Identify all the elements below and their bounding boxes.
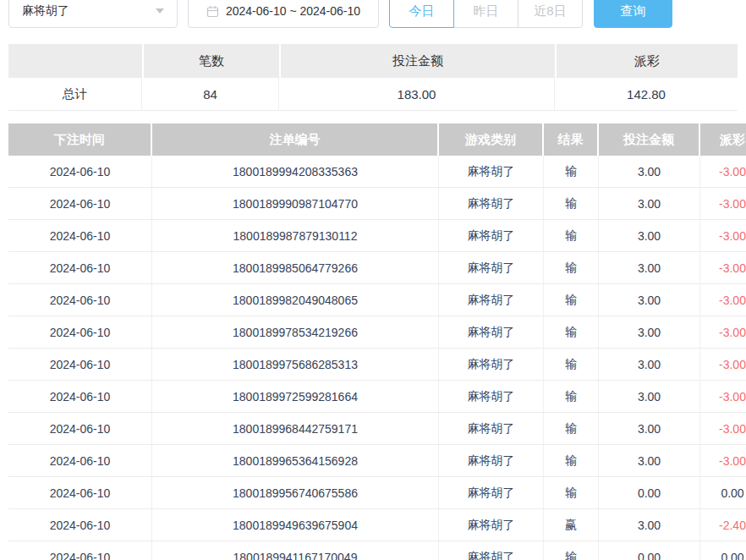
cell-result: 输 xyxy=(544,284,599,316)
search-button[interactable]: 查询 xyxy=(594,0,672,28)
summary-header-bet-amount: 投注金额 xyxy=(281,44,555,78)
table-row: 2024-06-101800189978534219266麻将胡了输3.00-3… xyxy=(8,316,746,349)
cell-id: 1800189941167170049 xyxy=(152,541,439,560)
cell-result: 输 xyxy=(544,349,599,381)
cell-game: 麻将胡了 xyxy=(439,413,544,445)
cell-id: 1800189965364156928 xyxy=(152,445,439,477)
cell-time: 2024-06-10 xyxy=(8,188,152,220)
summary-header-payout: 派彩 xyxy=(557,44,738,78)
header-bet-amount: 投注金额 xyxy=(599,124,699,156)
quick-date-button-group: 今日 昨日 近8日 xyxy=(389,0,583,28)
summary-header-count: 笔数 xyxy=(144,44,279,78)
cell-bet: 3.00 xyxy=(599,316,700,349)
header-payout: 派彩 xyxy=(700,124,746,156)
summary-header-blank xyxy=(8,44,142,78)
cell-time: 2024-06-10 xyxy=(8,252,152,284)
summary-total-bet-amount: 183.00 xyxy=(279,78,555,111)
cell-payout: -3.00 xyxy=(700,316,746,349)
cell-game: 麻将胡了 xyxy=(439,252,544,284)
cell-result: 输 xyxy=(544,413,599,445)
cell-bet: 0.00 xyxy=(599,477,700,509)
table-row: 2024-06-101800189990987104770麻将胡了输3.00-3… xyxy=(8,188,746,220)
cell-payout: -3.00 xyxy=(700,445,746,477)
cell-time: 2024-06-10 xyxy=(8,541,152,560)
cell-result: 输 xyxy=(544,316,599,349)
cell-game: 麻将胡了 xyxy=(439,445,544,477)
cell-bet: 3.00 xyxy=(599,252,700,284)
cell-payout: -3.00 xyxy=(700,188,746,220)
header-bet-time: 下注时间 xyxy=(8,124,151,156)
cell-payout: -3.00 xyxy=(700,413,746,445)
table-row: 2024-06-101800189987879130112麻将胡了输3.00-3… xyxy=(8,220,746,252)
game-select[interactable]: 麻将胡了 xyxy=(8,0,178,28)
yesterday-button[interactable]: 昨日 xyxy=(453,0,518,28)
cell-result: 输 xyxy=(544,381,599,413)
bet-records-table: 下注时间 注单编号 游戏类别 结果 投注金额 派彩 2024-06-101800… xyxy=(8,124,746,560)
calendar-icon xyxy=(206,5,219,18)
cell-game: 麻将胡了 xyxy=(439,349,544,381)
cell-game: 麻将胡了 xyxy=(439,188,544,220)
table-row: 2024-06-101800189956740675586麻将胡了输0.000.… xyxy=(8,477,746,509)
cell-id: 1800189968442759171 xyxy=(152,413,439,445)
table-row: 2024-06-101800189949639675904麻将胡了赢3.00-2… xyxy=(8,509,746,541)
table-row: 2024-06-101800189975686285313麻将胡了输3.00-3… xyxy=(8,349,746,381)
summary-header-row: 笔数 投注金额 派彩 xyxy=(8,44,738,78)
cell-result: 输 xyxy=(544,445,599,477)
cell-time: 2024-06-10 xyxy=(8,349,152,381)
last-8-days-button[interactable]: 近8日 xyxy=(518,0,583,28)
header-result: 结果 xyxy=(544,124,597,156)
cell-payout: -3.00 xyxy=(700,252,746,284)
summary-total-row: 总计 84 183.00 142.80 xyxy=(8,78,738,111)
cell-payout: -2.40 xyxy=(700,509,746,541)
cell-id: 1800189985064779266 xyxy=(152,252,439,284)
cell-time: 2024-06-10 xyxy=(8,477,152,509)
cell-result: 输 xyxy=(544,541,599,560)
date-range-value: 2024-06-10 ~ 2024-06-10 xyxy=(226,4,360,18)
cell-id: 1800189990987104770 xyxy=(152,188,439,220)
game-select-value: 麻将胡了 xyxy=(22,3,69,19)
table-row: 2024-06-101800189985064779266麻将胡了输3.00-3… xyxy=(8,252,746,284)
table-row: 2024-06-101800189968442759171麻将胡了输3.00-3… xyxy=(8,413,746,445)
chevron-down-icon xyxy=(156,8,164,14)
cell-bet: 3.00 xyxy=(599,445,700,477)
cell-payout: -3.00 xyxy=(700,156,746,188)
cell-result: 赢 xyxy=(544,509,599,541)
cell-id: 1800189978534219266 xyxy=(152,316,439,349)
cell-time: 2024-06-10 xyxy=(8,445,152,477)
summary-table: 笔数 投注金额 派彩 总计 84 183.00 142.80 xyxy=(8,44,738,111)
cell-bet: 3.00 xyxy=(599,509,700,541)
summary-total-payout: 142.80 xyxy=(555,78,738,111)
cell-payout: -3.00 xyxy=(700,349,746,381)
cell-game: 麻将胡了 xyxy=(439,156,544,188)
header-game-type: 游戏类别 xyxy=(439,124,542,156)
cell-time: 2024-06-10 xyxy=(8,156,152,188)
table-row: 2024-06-101800189941167170049麻将胡了输0.000.… xyxy=(8,541,746,560)
cell-payout: -3.00 xyxy=(700,381,746,413)
cell-bet: 3.00 xyxy=(599,413,700,445)
bet-table-header-row: 下注时间 注单编号 游戏类别 结果 投注金额 派彩 xyxy=(8,124,746,156)
cell-time: 2024-06-10 xyxy=(8,509,152,541)
cell-result: 输 xyxy=(544,156,599,188)
cell-id: 1800189956740675586 xyxy=(152,477,439,509)
table-row: 2024-06-101800189982049048065麻将胡了输3.00-3… xyxy=(8,284,746,316)
table-row: 2024-06-101800189994208335363麻将胡了输3.00-3… xyxy=(8,156,746,188)
cell-result: 输 xyxy=(544,477,599,509)
cell-bet: 3.00 xyxy=(599,381,700,413)
cell-id: 1800189972599281664 xyxy=(152,381,439,413)
header-bet-id: 注单编号 xyxy=(152,124,437,156)
cell-id: 1800189982049048065 xyxy=(152,284,439,316)
cell-game: 麻将胡了 xyxy=(439,284,544,316)
cell-id: 1800189949639675904 xyxy=(152,509,439,541)
cell-bet: 3.00 xyxy=(599,188,700,220)
cell-time: 2024-06-10 xyxy=(8,316,152,349)
cell-bet: 3.00 xyxy=(599,284,700,316)
table-row: 2024-06-101800189965364156928麻将胡了输3.00-3… xyxy=(8,445,746,477)
cell-game: 麻将胡了 xyxy=(439,381,544,413)
date-range-input[interactable]: 2024-06-10 ~ 2024-06-10 xyxy=(188,0,379,28)
cell-time: 2024-06-10 xyxy=(8,413,152,445)
cell-time: 2024-06-10 xyxy=(8,284,152,316)
today-button[interactable]: 今日 xyxy=(389,0,454,28)
cell-id: 1800189975686285313 xyxy=(152,349,439,381)
summary-total-label: 总计 xyxy=(8,78,142,111)
cell-game: 麻将胡了 xyxy=(439,316,544,349)
